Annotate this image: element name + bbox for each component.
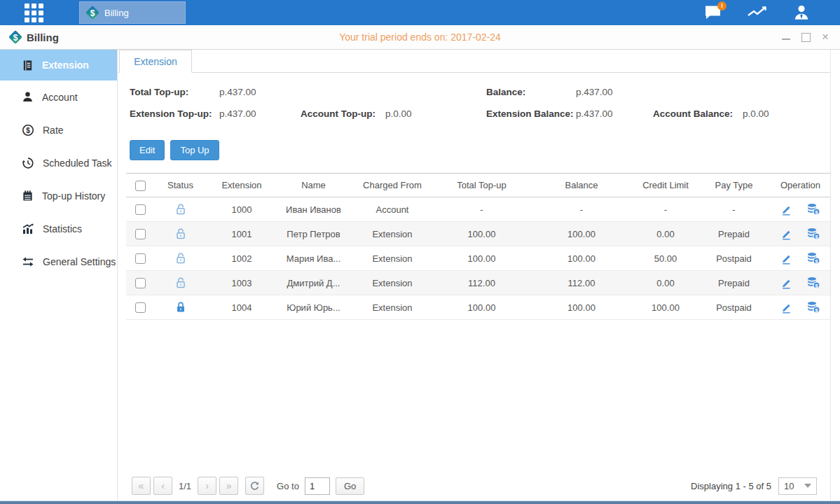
status-unlocked-icon[interactable] — [174, 227, 187, 240]
prev-page-button[interactable]: ‹ — [153, 477, 172, 495]
edit-icon[interactable] — [780, 228, 792, 240]
status-unlocked-icon[interactable] — [174, 203, 187, 216]
table-row: 1000 Иван Иванов Account - - - - $ — [126, 197, 830, 222]
goto-label: Go to — [277, 481, 299, 491]
ledger-icon — [22, 59, 34, 71]
account-balance-value: p.0.00 — [743, 108, 769, 119]
table-header-row: Status Extension Name Charged From Total… — [126, 174, 830, 197]
row-checkbox[interactable] — [135, 204, 146, 215]
total-topup-label: Total Top-up: — [130, 87, 188, 97]
cell-extension: 1000 — [207, 197, 277, 222]
edit-icon[interactable] — [780, 204, 792, 216]
window-bottom-border — [0, 500, 840, 504]
maximize-button[interactable] — [801, 32, 811, 42]
edit-icon[interactable] — [780, 253, 792, 265]
page-indicator: 1/1 — [179, 481, 191, 491]
extension-balance-label: Extension Balance: — [486, 108, 574, 119]
sidebar-item-extension[interactable]: Extension — [0, 50, 117, 80]
cell-extension: 1004 — [207, 295, 277, 320]
table-row: 1004 Юрий Юрь... Extension 100.00 100.00… — [126, 295, 830, 320]
topup-coins-icon[interactable]: $ — [806, 227, 820, 240]
goto-page-input[interactable] — [305, 477, 330, 495]
cell-name: Иван Иванов — [277, 197, 350, 222]
refresh-button[interactable] — [245, 477, 264, 495]
total-topup-value: p.437.00 — [219, 87, 256, 97]
cell-name: Петр Петров — [277, 222, 350, 246]
next-page-button[interactable]: › — [198, 477, 216, 495]
select-all-checkbox[interactable] — [135, 181, 146, 191]
cell-total-topup: 100.00 — [434, 246, 529, 271]
cell-charged-from: Extension — [350, 246, 434, 271]
sidebar-item-label: General Settings — [43, 256, 116, 267]
row-checkbox[interactable] — [135, 302, 146, 313]
sidebar-item-scheduled-task[interactable]: Scheduled Task — [0, 146, 117, 179]
bar-chart-icon — [22, 223, 34, 235]
sidebar-item-rate[interactable]: $ Rate — [0, 113, 117, 146]
edit-icon[interactable] — [780, 277, 792, 289]
edit-icon[interactable] — [780, 302, 792, 314]
close-button[interactable]: × — [820, 32, 830, 42]
dollar-circle-icon: $ — [22, 124, 34, 136]
exchange-arrows-icon — [22, 255, 34, 268]
main-panel: Extension Total Top-up: p.437.00 Balance… — [118, 50, 831, 500]
last-page-button[interactable]: » — [219, 477, 238, 495]
status-unlocked-icon[interactable] — [174, 252, 187, 265]
cell-pay-type: Prepaid — [697, 222, 771, 246]
cell-credit-limit: 100.00 — [634, 295, 697, 320]
topup-coins-icon[interactable]: $ — [806, 252, 820, 265]
extension-topup-value: p.437.00 — [219, 108, 256, 119]
account-topup-label: Account Top-up: — [301, 108, 376, 119]
table-row: 1002 Мария Ива... Extension 100.00 100.0… — [126, 246, 830, 271]
sidebar-item-account[interactable]: Account — [0, 80, 117, 113]
apps-grid-icon[interactable] — [25, 4, 46, 22]
cell-credit-limit: 0.00 — [634, 222, 697, 246]
cell-total-topup: 100.00 — [434, 222, 529, 246]
topup-coins-icon[interactable]: $ — [806, 203, 820, 216]
account-balance-label: Account Balance: — [653, 108, 733, 119]
minimize-button[interactable] — [781, 32, 791, 42]
go-button[interactable]: Go — [336, 477, 364, 495]
pagination-bar: « ‹ 1/1 › » Go to Go Displaying 1 - 5 of… — [132, 477, 817, 495]
sidebar-item-label: Statistics — [43, 223, 82, 234]
col-pay-type: Pay Type — [697, 174, 771, 197]
cell-pay-type: Postpaid — [697, 246, 771, 271]
sidebar-item-statistics[interactable]: Statistics — [0, 212, 117, 245]
window-title: $ Billing — [8, 30, 59, 44]
user-icon[interactable] — [791, 3, 812, 22]
cell-pay-type: Postpaid — [697, 295, 771, 320]
edit-button[interactable]: Edit — [130, 140, 165, 160]
row-checkbox[interactable] — [135, 229, 146, 239]
tab-extension[interactable]: Extension — [119, 50, 192, 73]
notification-badge: ! — [717, 1, 727, 10]
page-size-value: 10 — [784, 481, 794, 491]
extension-topup-label: Extension Top-up: — [130, 108, 212, 119]
row-checkbox[interactable] — [135, 278, 146, 288]
first-page-button[interactable]: « — [132, 477, 151, 495]
topup-coins-icon[interactable]: $ — [806, 276, 820, 289]
cell-total-topup: - — [434, 197, 529, 222]
chat-icon[interactable]: ! — [703, 3, 724, 22]
trend-chart-icon[interactable] — [747, 3, 768, 22]
taskbar-tab-billing[interactable]: $ Billing — [79, 1, 186, 24]
cell-charged-from: Extension — [350, 222, 434, 246]
cell-pay-type: - — [697, 197, 771, 222]
sidebar-item-label: Extension — [42, 59, 89, 71]
row-checkbox[interactable] — [135, 253, 146, 264]
status-locked-icon[interactable] — [174, 301, 187, 314]
sidebar-item-topup-history[interactable]: Top-up History — [0, 179, 117, 212]
topup-coins-icon[interactable]: $ — [806, 301, 820, 314]
cell-balance: - — [529, 197, 634, 222]
balance-summary: Total Top-up: p.437.00 Balance: p.437.00… — [118, 83, 830, 129]
cell-balance: 112.00 — [529, 271, 634, 295]
page-size-dropdown[interactable]: 10 — [778, 477, 817, 495]
billing-diamond-icon: $ — [8, 30, 22, 44]
sidebar-item-general-settings[interactable]: General Settings — [0, 245, 117, 278]
table-row: 1001 Петр Петров Extension 100.00 100.00… — [126, 222, 830, 246]
status-unlocked-icon[interactable] — [174, 276, 187, 289]
sidebar-item-label: Rate — [43, 125, 64, 136]
col-extension: Extension — [207, 174, 277, 197]
col-name: Name — [277, 174, 350, 197]
topup-button[interactable]: Top Up — [170, 140, 219, 160]
cell-credit-limit: 50.00 — [634, 246, 697, 271]
displaying-text: Displaying 1 - 5 of 5 — [691, 481, 771, 491]
